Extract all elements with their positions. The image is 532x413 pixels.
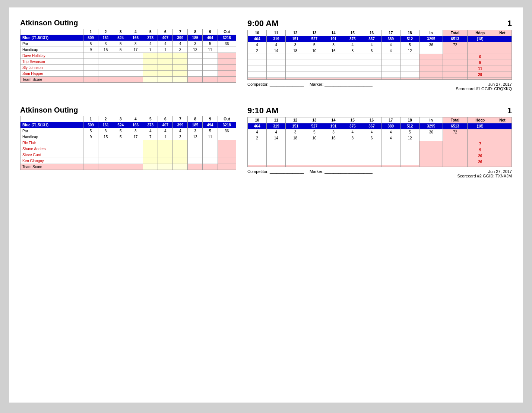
competitor-label: Competitor: _______________ Marker: ____… [247,82,373,86]
right-player-0-score-7 [381,141,400,147]
right-team-score-8 [400,165,419,167]
right-par-8: 5 [400,129,419,135]
right-player-3-score-9 [419,159,443,165]
blue-hole-7: 399 [173,122,188,128]
par-hole-8: 3 [188,41,203,47]
player-0-score-5 [158,140,173,146]
right-par-6: 4 [362,42,381,48]
player-1-score-1 [98,59,113,65]
handicap-hole-9: 11 [203,134,218,140]
blue-hole-1: 509 [83,122,98,128]
team-score-cell-9 [203,77,218,83]
right-player-2-score-3 [305,66,324,72]
player-1-score-9 [218,59,236,65]
handicap-hole-6: 1 [158,134,173,140]
player-2-score-0 [83,65,98,71]
footer-scorecard-id: Scorecard #1 GGID: CRQXKQ [247,86,512,91]
right-player-1-score-0 [248,147,267,153]
right-handicap-10 [443,48,467,54]
player-2-score-3 [128,65,143,71]
right-blue-8: 512 [400,123,419,129]
handicap-hole-5: 7 [143,134,158,140]
right-blue-5: 375 [343,123,362,129]
right-player-1-score-4 [324,60,343,66]
right-player-row-3: 26 [248,159,512,165]
right-hole-header-13: 13 [305,30,324,36]
right-team-score-0 [248,165,267,167]
right-player-0-score-8 [400,141,419,147]
right-hole-header-Total: Total [443,117,467,123]
right-handicap-5: 8 [343,135,362,141]
right-player-2-score-2 [286,153,305,159]
right-handicap-3: 10 [305,48,324,54]
right-hole-header-Net: Net [493,117,512,123]
blue-hole-5: 373 [143,35,158,41]
right-player-2-score-8 [400,66,419,72]
right-player-1-score-12 [493,60,512,66]
right-handicap-0: 2 [248,135,267,141]
right-team-score-11 [467,78,493,80]
right-team-score-4 [324,78,343,80]
right-player-0-score-9 [419,54,443,60]
handicap-hole-1: 9 [83,134,98,140]
right-player-0-score-11: 0 [467,54,493,60]
right-player-1-score-6 [362,147,381,153]
right-handicap-7: 4 [381,135,400,141]
right-handicap-12 [493,48,512,54]
right-team-score-10 [443,165,467,167]
player-3-score-2 [113,158,128,164]
right-handicap-11 [467,48,493,54]
right-team-score-11 [467,165,493,167]
right-hole-header-14: 14 [324,30,343,36]
right-team-score-12 [493,78,512,80]
right-player-2-score-0 [248,66,267,72]
right-par-6: 4 [362,129,381,135]
right-player-1-score-2 [286,147,305,153]
right-handicap-9 [419,135,443,141]
par-hole-6: 4 [158,128,173,134]
player-0-score-4 [143,53,158,59]
right-player-row-1: 5 [248,60,512,66]
team-score-cell-6 [158,77,173,83]
player-0-score-8 [203,140,218,146]
player-name-2: Steve Gard [20,152,83,158]
hole-header-Out: Out [218,29,236,35]
team-score-cell-9 [203,164,218,170]
right-team-score-7 [381,165,400,167]
par-hole-3: 5 [113,128,128,134]
right-player-1-score-3 [305,60,324,66]
player-0-score-6 [173,53,188,59]
player-3-score-4 [143,71,158,77]
right-par-5: 4 [343,129,362,135]
hole-header-3: 3 [113,116,128,122]
right-par-0: 4 [248,129,267,135]
right-player-2-score-10 [443,153,467,159]
par-hole-5: 4 [143,128,158,134]
right-hole-header-18: 18 [400,30,419,36]
player-0-score-2 [113,53,128,59]
player-2-score-5 [158,65,173,71]
handicap-hole-2: 15 [98,47,113,53]
player-0-score-1 [98,53,113,59]
player-3-score-7 [188,158,203,164]
par-hole-2: 3 [98,41,113,47]
right-player-2-score-7 [381,66,400,72]
right-blue-12 [493,36,512,42]
player-2-score-6 [173,152,188,158]
right-blue-1: 319 [267,36,286,42]
player-0-score-1 [98,140,113,146]
right-blue-10: 6513 [443,123,467,129]
right-handicap-10 [443,135,467,141]
player-3-score-3 [128,71,143,77]
blue-hole-10: 3218 [218,122,236,128]
right-handicap-6: 6 [362,135,381,141]
player-2-score-6 [173,65,188,71]
par-hole-7: 4 [173,41,188,47]
left-header-2: Atkinson Outing [20,106,236,114]
player-3-score-0 [83,71,98,77]
handicap-label: Handicap [20,134,83,140]
par-hole-4: 3 [128,41,143,47]
right-blue-6: 367 [362,36,381,42]
right-player-3-score-3 [305,72,324,78]
right-player-1-score-11: 9 [467,147,493,153]
